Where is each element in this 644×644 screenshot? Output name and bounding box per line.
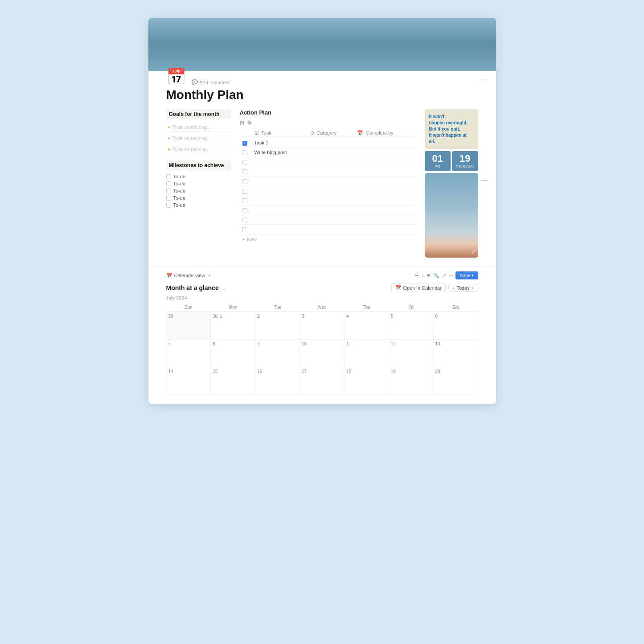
task-cell-4[interactable]: [252, 167, 308, 176]
category-cell-3[interactable]: [308, 157, 354, 167]
complete-cell-2[interactable]: [354, 148, 416, 157]
complete-cell-6[interactable]: [354, 186, 416, 196]
complete-cell-5[interactable]: [354, 176, 416, 186]
right-sidebar-minimize[interactable]: —: [482, 176, 488, 184]
row-checkbox-10[interactable]: [242, 227, 247, 232]
category-cell-9[interactable]: [308, 215, 354, 225]
complete-cell-9[interactable]: [354, 215, 416, 225]
task-cell-1[interactable]: Task 1: [252, 138, 308, 148]
row-checkbox-5[interactable]: [242, 179, 247, 184]
cal-day-5[interactable]: 5: [389, 312, 433, 340]
sort-icon[interactable]: ↕: [422, 273, 424, 278]
category-cell-4[interactable]: [308, 167, 354, 176]
cal-day-15[interactable]: 15: [211, 367, 255, 395]
cal-day-7[interactable]: 7: [166, 340, 211, 367]
task-cell-8[interactable]: [252, 205, 308, 215]
prev-month-button[interactable]: ‹: [451, 285, 456, 291]
complete-cell-8[interactable]: [354, 205, 416, 215]
clock-day-num: 19: [454, 154, 476, 164]
milestone-4: To-do: [166, 195, 231, 201]
add-comment-button[interactable]: 💬 Add comment: [192, 79, 230, 85]
category-cell-5[interactable]: [308, 176, 354, 186]
today-label[interactable]: Today: [456, 285, 469, 291]
category-cell-6[interactable]: [308, 186, 354, 196]
cal-day-18[interactable]: 18: [344, 367, 389, 395]
cal-day-20[interactable]: 20: [433, 367, 478, 395]
complete-cell-7[interactable]: [354, 196, 416, 205]
cal-day-9[interactable]: 9: [255, 340, 300, 367]
cal-day-6[interactable]: 6: [433, 312, 478, 340]
row-checkbox-7[interactable]: [242, 198, 247, 203]
quote-line1: It won't: [429, 114, 445, 119]
cal-day-13[interactable]: 13: [433, 340, 478, 367]
cal-day-17[interactable]: 17: [300, 367, 345, 395]
cal-day-14[interactable]: 14: [166, 367, 211, 395]
sun-icon-1: ✦: [167, 125, 171, 130]
filter-icon[interactable]: ☰: [414, 273, 419, 279]
milestone-2: To-do: [166, 181, 231, 186]
add-view-button[interactable]: +: [208, 272, 211, 279]
cal-day-12[interactable]: 12: [389, 340, 433, 367]
new-button[interactable]: New ▾: [455, 271, 478, 279]
minimize-button[interactable]: —: [480, 75, 487, 83]
cal-day-4[interactable]: 4: [344, 312, 389, 340]
group-icon[interactable]: ⊞: [427, 273, 431, 279]
goal-input-1[interactable]: ✦ Type something...: [166, 123, 231, 132]
calendar-header-left: Month at a glance ...: [166, 284, 227, 291]
col-category: ⊙ Category: [308, 128, 354, 138]
category-cell-10[interactable]: [308, 225, 354, 234]
row-checkbox-2[interactable]: [242, 150, 247, 155]
row-checkbox-6[interactable]: [242, 189, 247, 194]
new-row-button[interactable]: + New: [240, 234, 416, 244]
cal-day-3[interactable]: 3: [300, 312, 345, 340]
row-checkbox-3[interactable]: [242, 160, 247, 165]
task-cell-5[interactable]: [252, 176, 308, 186]
category-cell-8[interactable]: [308, 205, 354, 215]
cal-day-11[interactable]: 11: [344, 340, 389, 367]
goal-input-2[interactable]: ✦ Type something...: [166, 134, 231, 143]
table-settings-icon[interactable]: ⚙: [247, 119, 252, 126]
row-checkbox-8[interactable]: [242, 208, 247, 213]
category-cell-2[interactable]: [308, 148, 354, 157]
task-cell-3[interactable]: [252, 157, 308, 167]
milestone-checkbox-1[interactable]: [166, 174, 171, 179]
task-cell-9[interactable]: [252, 215, 308, 225]
task-cell-7[interactable]: [252, 196, 308, 205]
complete-cell-10[interactable]: [354, 225, 416, 234]
goal-input-3[interactable]: ✦ Type something...: [166, 145, 231, 154]
milestone-checkbox-2[interactable]: [166, 181, 171, 186]
open-calendar-button[interactable]: 📅 Open in Calendar: [391, 283, 446, 292]
cal-day-16[interactable]: 16: [255, 367, 300, 395]
cal-day-30-prev[interactable]: 30: [166, 312, 211, 340]
row-checkbox-1[interactable]: [242, 141, 247, 146]
cal-day-2[interactable]: 2: [255, 312, 300, 340]
task-cell-6[interactable]: [252, 186, 308, 196]
next-month-button[interactable]: ›: [471, 285, 475, 291]
cal-day-8[interactable]: 8: [211, 340, 255, 367]
row-checkbox-4[interactable]: [242, 169, 247, 174]
month-title-menu[interactable]: ...: [222, 285, 227, 291]
search-icon[interactable]: 🔍: [433, 273, 439, 279]
row-checkbox-9[interactable]: [242, 217, 247, 222]
more-icon[interactable]: ···: [449, 273, 453, 278]
task-cell-2[interactable]: Write blog post: [252, 148, 308, 157]
task-cell-10[interactable]: [252, 225, 308, 234]
table-view-icon[interactable]: ⊞: [240, 119, 244, 126]
complete-cell-4[interactable]: [354, 167, 416, 176]
action-plan-title: Action Plan: [240, 109, 416, 116]
milestone-checkbox-3[interactable]: [166, 189, 171, 193]
category-cell-7[interactable]: [308, 196, 354, 205]
expand-photo-icon[interactable]: ⤢: [471, 249, 476, 255]
expand-icon[interactable]: ⤢: [442, 273, 446, 279]
milestone-checkbox-5[interactable]: [166, 203, 171, 208]
milestones-section: Milestones to achieve To-do To-do To-do …: [166, 160, 231, 208]
category-cell-1[interactable]: [308, 138, 354, 148]
cal-day-10[interactable]: 10: [300, 340, 345, 367]
complete-cell-3[interactable]: [354, 157, 416, 167]
milestone-checkbox-4[interactable]: [166, 196, 171, 201]
calendar-view-tab[interactable]: 📅 Calendar view: [166, 273, 205, 279]
cal-day-19[interactable]: 19: [389, 367, 433, 395]
complete-cell-1[interactable]: [354, 138, 416, 148]
quote-text: It won't happen overnight. But if you qu…: [429, 114, 474, 145]
cal-day-jul1[interactable]: Jul 1: [211, 312, 255, 340]
